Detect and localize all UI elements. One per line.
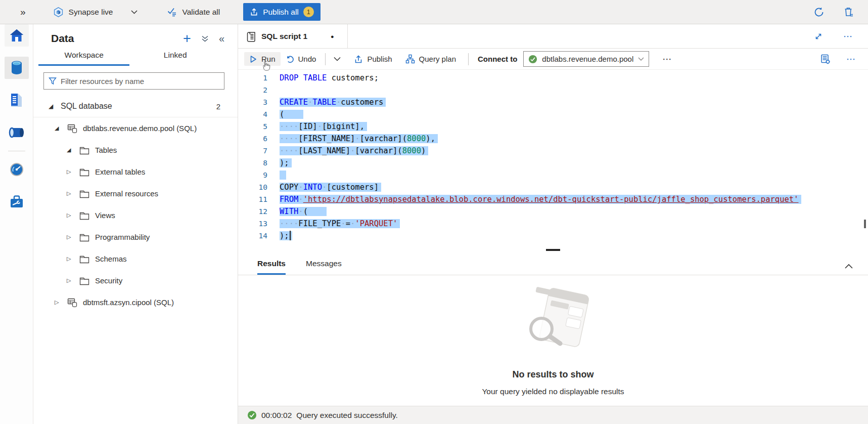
query-plan-button[interactable]: Query plan [400, 52, 461, 66]
tab-sql-script-1[interactable]: SQL script 1 ● [238, 24, 348, 48]
twistie-collapsed-icon[interactable]: ▷ [67, 256, 79, 262]
tree-item-security[interactable]: ▷Security [33, 270, 238, 291]
tree-item-external-tables[interactable]: ▷External tables [33, 161, 238, 183]
code-token: ···· [280, 134, 298, 143]
discard-all-icon[interactable] [843, 6, 854, 18]
tree-item-label: External tables [95, 167, 145, 176]
tab-linked[interactable]: Linked [129, 51, 220, 66]
collapse-results-icon[interactable] [845, 264, 853, 269]
sidebar-item-data[interactable] [5, 57, 29, 79]
sidebar-item-manage[interactable] [5, 191, 29, 213]
tree-item-label: dbtlabs.revenue.demo.pool (SQL) [83, 124, 197, 133]
code-line-2[interactable]: 2 [238, 84, 868, 96]
tree-item-sql-database[interactable]: ◢SQL database2 [33, 96, 238, 117]
editor-scrollbar-thumb[interactable] [864, 220, 866, 228]
code-line-3[interactable]: 3CREATE·TABLE·customers [238, 96, 868, 108]
tree-item-label: dbtmsft.azsyn.cipool (SQL) [83, 298, 174, 307]
undo-button[interactable]: Undo [281, 52, 322, 66]
tree-item-schemas[interactable]: ▷Schemas [33, 248, 238, 270]
connect-to-dropdown[interactable]: dbtlabs.revenue.demo.pool [523, 51, 649, 67]
tree-item-dbtmsft-azsyn-cipool-sql[interactable]: ▷dbtmsft.azsyn.cipool (SQL) [33, 291, 238, 313]
code-line-10[interactable]: 10COPY·INTO·[customers] [238, 181, 868, 193]
folder-icon [79, 232, 90, 242]
left-nav-rail [0, 24, 33, 424]
sidebar-item-monitor[interactable] [5, 158, 29, 181]
code-token: [bigint], [322, 122, 364, 131]
twistie-expanded-icon[interactable]: ◢ [55, 125, 67, 132]
tree-item-dbtlabs-revenue-demo-pool-sql[interactable]: ◢dbtlabs.revenue.demo.pool (SQL) [33, 117, 238, 139]
add-resource-icon[interactable]: + [183, 33, 191, 44]
selection-highlight: COPY·INTO·[customers] [280, 183, 381, 192]
folder-icon [79, 167, 90, 177]
empty-results-title: No results to show [512, 369, 593, 380]
validate-all-button[interactable]: Validate all [167, 7, 220, 17]
filter-resources-box[interactable] [43, 72, 224, 90]
properties-icon[interactable] [820, 54, 831, 65]
run-options-chevron-icon[interactable] [330, 57, 345, 61]
home-icon [9, 28, 24, 43]
query-plan-label: Query plan [419, 55, 456, 63]
code-line-7[interactable]: 7····[LAST_NAME]·[varchar](8000) [238, 145, 868, 157]
code-token: ···· [280, 122, 298, 131]
sidebar-item-home[interactable] [5, 24, 29, 47]
line-number: 3 [238, 96, 267, 108]
code-line-6[interactable]: 6····[FIRST_NAME]·[varchar](8000), [238, 133, 868, 145]
code-line-8[interactable]: 8); [238, 157, 868, 169]
expand-menu-icon[interactable]: » [20, 7, 26, 18]
tree-item-views[interactable]: ▷Views [33, 204, 238, 226]
tab-workspace[interactable]: Workspace [38, 51, 129, 66]
tab-more-icon[interactable]: ⋯ [843, 31, 853, 42]
expand-all-icon[interactable] [201, 35, 209, 43]
line-number: 9 [238, 169, 267, 181]
code-line-1[interactable]: 1DROP TABLE customers; [238, 72, 868, 84]
mode-label: Synapse live [69, 8, 113, 17]
twistie-collapsed-icon[interactable]: ▷ [67, 212, 79, 219]
code-line-13[interactable]: 13····FILE_TYPE·=·'PARQUET' [238, 218, 868, 230]
twistie-collapsed-icon[interactable]: ▷ [67, 277, 79, 284]
data-icon [10, 60, 24, 75]
tab-results[interactable]: Results [257, 259, 286, 275]
publish-label: Publish [367, 55, 392, 63]
refresh-icon[interactable] [813, 7, 825, 18]
twistie-collapsed-icon[interactable]: ▷ [67, 168, 79, 175]
pane-splitter[interactable] [238, 248, 868, 253]
sidebar-item-integrate[interactable] [5, 121, 29, 144]
code-line-14[interactable]: 14); [238, 230, 868, 242]
code-token: · [336, 98, 341, 107]
expand-editor-icon[interactable] [814, 32, 823, 41]
sql-code-editor[interactable]: 1DROP TABLE customers;23CREATE·TABLE·cus… [238, 70, 868, 248]
mode-selector[interactable]: Synapse live [53, 7, 138, 18]
publish-all-button[interactable]: Publish all 1 [243, 3, 321, 21]
tree-item-external-resources[interactable]: ▷External resources [33, 183, 238, 204]
selection-highlight: ( [280, 110, 303, 119]
toolbar-more-icon[interactable]: ⋯ [662, 54, 672, 65]
twistie-expanded-icon[interactable]: ◢ [67, 147, 79, 153]
sidebar-item-develop[interactable] [5, 89, 29, 111]
filter-resources-input[interactable] [61, 77, 219, 86]
code-token: [customers] [327, 183, 379, 192]
code-line-11[interactable]: 11FROM·'https://dbtlabsynapsedatalake.bl… [238, 193, 868, 205]
code-token: 'https://dbtlabsynapsedatalake.blob.core… [303, 195, 799, 204]
collapse-panel-icon[interactable]: « [219, 33, 224, 45]
splitter-handle-icon[interactable] [546, 249, 560, 251]
code-line-5[interactable]: 5····[ID]·[bigint], [238, 120, 868, 133]
tree-item-programmability[interactable]: ▷Programmability [33, 226, 238, 248]
twistie-collapsed-icon[interactable]: ▷ [67, 190, 79, 197]
code-line-4[interactable]: 4( [238, 108, 868, 120]
twistie-collapsed-icon[interactable]: ▷ [55, 299, 67, 306]
tree-item-tables[interactable]: ◢Tables [33, 139, 238, 161]
query-plan-icon [405, 54, 415, 64]
code-token: · [322, 183, 327, 192]
code-line-9[interactable]: 9 [238, 169, 868, 181]
publish-button[interactable]: Publish [349, 52, 397, 66]
tab-messages[interactable]: Messages [306, 259, 342, 275]
folder-icon [79, 254, 90, 264]
develop-icon [10, 93, 23, 108]
twistie-expanded-icon[interactable]: ◢ [49, 103, 61, 110]
code-token: customers [341, 98, 383, 107]
toolbar-right-more-icon[interactable]: ⋯ [846, 54, 856, 65]
code-token: · [298, 183, 303, 192]
code-line-12[interactable]: 12WITH·( [238, 205, 868, 218]
code-token: FROM [280, 195, 298, 204]
twistie-collapsed-icon[interactable]: ▷ [67, 234, 79, 240]
